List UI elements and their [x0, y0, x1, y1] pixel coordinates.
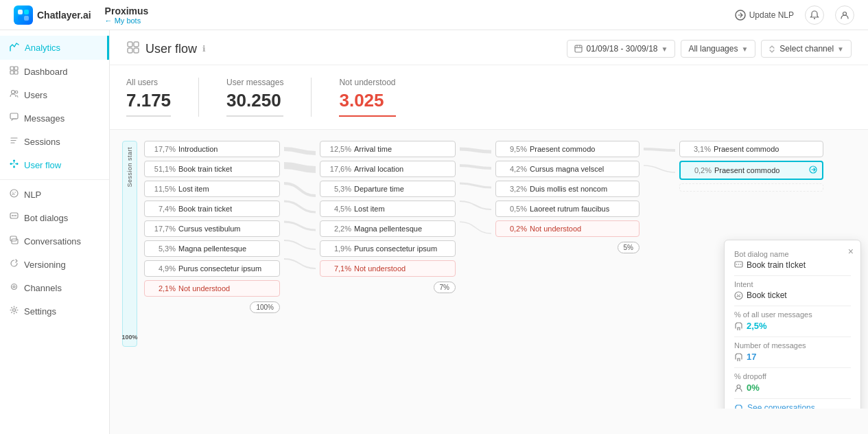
- stat-user-messages-value: 30.250: [226, 90, 283, 111]
- page-header: User flow ℹ 01/09/18 - 30/09/18 ▼ All la…: [110, 30, 868, 65]
- sidebar-item-messages[interactable]: Messages: [0, 106, 109, 130]
- bot-name: Proximus: [105, 5, 149, 16]
- stat-not-understood: Not understood 3.025: [339, 78, 423, 117]
- flow-node[interactable]: 3,1%Praesent commodo: [679, 141, 823, 157]
- sidebar-item-dashboard[interactable]: Dashboard: [0, 60, 109, 83]
- sidebar-item-userflow-label: User flow: [24, 160, 61, 170]
- date-range-arrow: ▼: [661, 45, 668, 53]
- sidebar-item-settings-label: Settings: [24, 306, 56, 317]
- sidebar-item-sessions[interactable]: Sessions: [0, 130, 109, 153]
- flow-node[interactable]: 1,9%Purus consectetur ipsum: [320, 240, 456, 257]
- flow-node[interactable]: 4,5%Lost item: [320, 201, 456, 217]
- flow-node-bad[interactable]: 0,2%Not understood: [495, 220, 640, 237]
- flow-node[interactable]: 51,1%Book train ticket: [144, 161, 280, 177]
- stat-all-users: All users 7.175: [126, 78, 199, 117]
- svg-point-20: [12, 215, 13, 216]
- flow-node[interactable]: 17,7%Cursus vestibulum: [144, 220, 280, 237]
- stat-not-understood-value: 3.025: [339, 90, 395, 111]
- sidebar-item-botdialogs[interactable]: Bot dialogs: [0, 206, 109, 229]
- top-bar-brand-area: Chatlayer.ai: [14, 5, 91, 25]
- sidebar-item-channels[interactable]: Channels: [0, 276, 109, 299]
- svg-point-14: [10, 163, 12, 165]
- language-filter[interactable]: All languages ▼: [681, 40, 755, 58]
- back-link[interactable]: ← My bots: [105, 16, 141, 25]
- brand-logo: [14, 5, 33, 25]
- sidebar-item-conversations[interactable]: Conversations: [0, 229, 109, 253]
- sidebar-item-users[interactable]: Users: [0, 83, 109, 106]
- svg-point-35: [736, 264, 738, 265]
- brand-name: Chatlayer.ai: [37, 10, 91, 21]
- flow-node[interactable]: 3,2%Duis mollis est noncom: [495, 181, 640, 197]
- tooltip-bot-dialog-label: Bot dialog name: [734, 250, 851, 258]
- sidebar-item-sessions-label: Sessions: [24, 137, 60, 147]
- flow-node[interactable]: 4,2%Cursus magna velscel: [495, 161, 640, 177]
- flow-node-faded[interactable]: [679, 183, 823, 192]
- flow-node-bad[interactable]: 2,1%Not understood: [144, 280, 280, 297]
- flow-node[interactable]: 9,5%Praesent commodo: [495, 141, 640, 157]
- tooltip-num-messages-val: 17: [747, 352, 756, 362]
- flow-node[interactable]: 5,3%Magna pellentesque: [144, 240, 280, 257]
- notifications-icon[interactable]: [805, 5, 824, 25]
- stat-not-understood-label: Not understood: [339, 78, 395, 87]
- sidebar-item-userflow[interactable]: User flow: [0, 153, 109, 176]
- user-profile-icon[interactable]: [835, 5, 854, 25]
- sidebar-item-settings[interactable]: Settings: [0, 299, 109, 323]
- flow-node[interactable]: 11,5%Lost item: [144, 181, 280, 197]
- svg-point-21: [14, 215, 15, 216]
- tooltip-pct-messages-val: 2,5%: [747, 321, 767, 331]
- dropoff-icon: [734, 383, 743, 392]
- flow-node[interactable]: 5,3%Departure time: [320, 181, 456, 197]
- flow-node[interactable]: 12,5%Arrival time: [320, 141, 456, 157]
- flow-col-2: 12,5%Arrival time 17,6%Arrival location …: [320, 141, 456, 398]
- messages-icon: [10, 113, 19, 124]
- tooltip-bot-dialog-name: Book train tIcket: [747, 260, 806, 270]
- flow-node[interactable]: 17,6%Arrival location: [320, 161, 456, 177]
- flow-node[interactable]: 4,9%Purus consectetur ipsum: [144, 260, 280, 277]
- flow-node[interactable]: 0,5%Laoreet rutrum faucibus: [495, 201, 640, 217]
- see-conversations-button[interactable]: See conversations: [734, 403, 851, 409]
- tooltip-pct-messages-value: 2,5%: [734, 321, 851, 331]
- connector-col-1: [284, 141, 316, 398]
- sidebar-item-versioning-label: Versioning: [24, 260, 66, 270]
- svg-point-27: [13, 309, 16, 312]
- flow-node-selected[interactable]: 0,2%Praesent commodo: [679, 161, 823, 180]
- svg-point-37: [740, 264, 742, 265]
- top-bar-actions: Update NLP: [735, 5, 854, 25]
- svg-point-5: [814, 18, 815, 19]
- tooltip-num-messages: Number of messages 17: [734, 341, 851, 362]
- svg-point-15: [13, 160, 15, 162]
- page-info-icon[interactable]: ℹ: [202, 44, 206, 54]
- tooltip-intent-label: Intent: [734, 280, 851, 288]
- sidebar-item-versioning[interactable]: Versioning: [0, 253, 109, 276]
- stat-user-messages-label: User messages: [226, 78, 283, 87]
- sidebar-item-messages-label: Messages: [24, 113, 64, 124]
- sidebar-item-nlp[interactable]: NLP: [0, 183, 109, 206]
- sidebar-item-analytics[interactable]: Analytics: [0, 36, 109, 60]
- flow-node-bad[interactable]: 7,1%Not understood: [320, 260, 456, 277]
- update-nlp-button[interactable]: Update NLP: [735, 10, 794, 21]
- sidebar-item-channels-label: Channels: [24, 283, 62, 293]
- tooltip-pct-messages: % of all user messages 2,5%: [734, 310, 851, 331]
- date-range-filter[interactable]: 01/09/18 - 30/09/18 ▼: [567, 40, 675, 58]
- tooltip-intent-name: Book ticket: [747, 290, 787, 300]
- session-start-pct: 100%: [121, 334, 137, 341]
- flow-node[interactable]: 17,7%Introduction: [144, 141, 280, 157]
- svg-point-22: [15, 215, 16, 216]
- tooltip-divider-1: [734, 275, 851, 276]
- channel-filter[interactable]: Select channel ▼: [761, 40, 852, 58]
- svg-rect-31: [134, 48, 139, 53]
- svg-point-25: [13, 286, 15, 288]
- col1-badge-row: 100%: [144, 301, 280, 313]
- tooltip-intent: Intent Book ticket: [734, 280, 851, 300]
- col2-badge-row: 7%: [320, 282, 456, 293]
- stat-not-understood-underline: [339, 115, 395, 117]
- botdialogs-icon: [10, 212, 19, 223]
- bot-dialog-icon: [734, 261, 743, 270]
- channels-icon: [10, 282, 19, 293]
- svg-rect-10: [14, 71, 18, 74]
- tooltip-close-button[interactable]: ×: [848, 246, 854, 257]
- stat-all-users-underline: [126, 115, 171, 117]
- flow-node[interactable]: 2,2%Magna pellentesque: [320, 220, 456, 237]
- flow-node[interactable]: 7,4%Book train ticket: [144, 201, 280, 217]
- sidebar-item-dashboard-label: Dashboard: [24, 67, 68, 77]
